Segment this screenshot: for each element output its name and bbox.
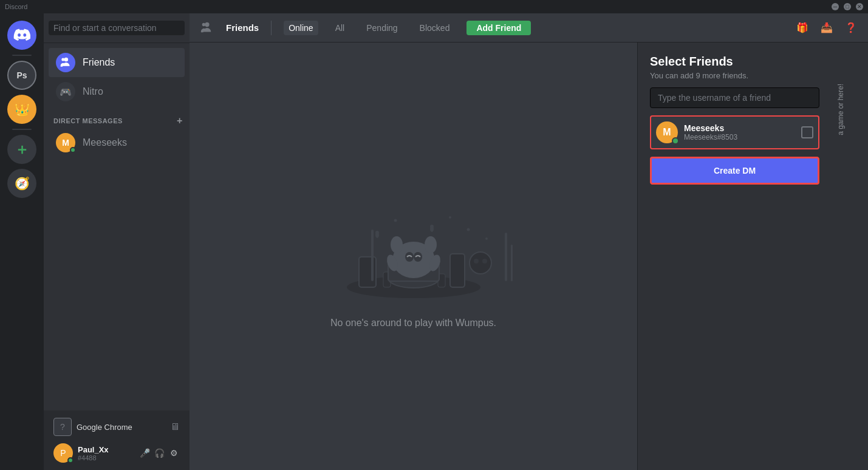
panel-subtitle: You can add 9 more friends. [650, 71, 819, 80]
select-friends-panel: Select Friends You can add 9 more friend… [637, 43, 832, 470]
window-controls: ─ □ ✕ [832, 3, 863, 10]
friend-item-meeseeks[interactable]: M Meeseeks Meeseeks#8503 [650, 115, 819, 149]
dm-item-meeseeks[interactable]: M Meeseeks [49, 128, 185, 157]
user-details: Paul_Xx #4488 [78, 445, 134, 461]
google-chrome-label: Google Chrome [77, 423, 132, 432]
content-area: No one's around to play with Wumpus. Sel… [190, 43, 868, 470]
user-controls: 🎤 🎧 ⚙ [138, 447, 180, 459]
main-content: Friends Online All Pending Blocked Add F… [190, 13, 868, 470]
server-divider-2 [12, 129, 32, 130]
search-input[interactable] [49, 21, 185, 35]
svg-point-26 [482, 259, 487, 264]
svg-point-24 [470, 252, 491, 274]
top-nav: Friends Online All Pending Blocked Add F… [190, 13, 868, 43]
svg-point-12 [405, 252, 414, 262]
server-sidebar: Ps 👑 ＋ 🧭 [0, 13, 44, 470]
svg-point-13 [414, 252, 422, 262]
nitro-label: Nitro [83, 86, 103, 97]
monitor-icon: 🖥 [170, 421, 180, 432]
channel-item-friends[interactable]: Friends [49, 48, 185, 77]
friend-username-tag: Meeseeks#8503 [684, 133, 795, 141]
svg-rect-27 [505, 233, 507, 281]
status-dot [70, 147, 76, 153]
svg-rect-29 [511, 245, 513, 281]
friends-nav-icon [199, 21, 214, 35]
user-avatar: P [53, 443, 73, 463]
server-divider [12, 55, 32, 56]
username: Paul_Xx [78, 445, 134, 454]
channel-list: Friends 🎮 Nitro DIRECT MESSAGES + M Mees… [44, 43, 190, 410]
create-dm-button[interactable]: Create DM [650, 157, 819, 185]
tab-all[interactable]: All [330, 21, 350, 35]
tab-pending[interactable]: Pending [361, 21, 402, 35]
server-icon-gold[interactable]: 👑 [7, 95, 36, 124]
svg-point-20 [466, 228, 470, 231]
user-status-dot [67, 457, 73, 463]
search-bar [44, 13, 190, 43]
nitro-icon: 🎮 [56, 82, 75, 101]
svg-point-10 [391, 236, 403, 253]
friend-info-meeseeks: Meeseeks Meeseeks#8503 [684, 123, 795, 141]
mute-button[interactable]: 🎤 [138, 447, 151, 459]
google-chrome-item[interactable]: ? Google Chrome 🖥 [49, 415, 185, 438]
svg-point-17 [394, 219, 397, 222]
ps-label: Ps [16, 70, 27, 80]
svg-point-21 [485, 237, 488, 240]
friends-channel-icon [56, 53, 75, 72]
friend-checkbox-meeseeks[interactable] [801, 126, 813, 138]
dm-section-header: DIRECT MESSAGES + [44, 106, 190, 128]
no-friends-text: No one's around to play with Wumpus. [330, 318, 496, 329]
nav-title: Friends [226, 22, 259, 33]
friends-label: Friends [83, 57, 115, 68]
title-bar: Discord ─ □ ✕ [0, 0, 868, 13]
compass-icon: 🧭 [15, 176, 30, 191]
help-icon[interactable]: ❓ [844, 21, 858, 35]
tab-online[interactable]: Online [284, 21, 318, 35]
svg-point-19 [449, 216, 451, 219]
hint-text: a game or here! [832, 79, 850, 140]
friends-content: No one's around to play with Wumpus. [190, 43, 637, 470]
tab-blocked[interactable]: Blocked [415, 21, 455, 35]
dm-name-meeseeks: Meeseeks [83, 137, 127, 148]
channel-sidebar: Friends 🎮 Nitro DIRECT MESSAGES + M Mees… [44, 13, 190, 470]
user-info-bar[interactable]: P Paul_Xx #4488 🎤 🎧 ⚙ [49, 441, 185, 465]
plus-icon: ＋ [15, 140, 29, 159]
server-icon-home[interactable] [7, 21, 36, 50]
dm-avatar-meeseeks: M [56, 133, 75, 152]
maximize-button[interactable]: □ [844, 3, 851, 10]
discriminator: #4488 [78, 454, 134, 461]
svg-rect-28 [371, 230, 374, 281]
svg-point-25 [474, 259, 479, 264]
friend-search-input[interactable] [650, 87, 819, 108]
settings-button[interactable]: ⚙ [168, 447, 180, 459]
svg-rect-3 [450, 254, 465, 287]
dm-add-button[interactable]: + [175, 116, 185, 126]
inbox-icon[interactable]: 📥 [819, 21, 834, 35]
add-server-button[interactable]: ＋ [7, 135, 36, 164]
svg-point-22 [375, 232, 379, 238]
server-icon-ps[interactable]: Ps [7, 61, 36, 90]
right-hint-panel: a game or here! [832, 43, 868, 470]
add-friend-button[interactable]: Add Friend [466, 21, 531, 35]
gc-left: ? Google Chrome [53, 418, 132, 436]
explore-button[interactable]: 🧭 [7, 169, 36, 198]
gold-icon: 👑 [15, 102, 30, 117]
nav-divider [271, 21, 272, 35]
friend-display-name: Meeseeks [684, 123, 795, 133]
minimize-button[interactable]: ─ [832, 3, 839, 10]
channel-item-nitro[interactable]: 🎮 Nitro [49, 77, 185, 106]
gc-icon: ? [53, 418, 72, 436]
gift-icon[interactable]: 🎁 [795, 21, 810, 35]
close-button[interactable]: ✕ [856, 3, 863, 10]
friend-status-dot [672, 137, 679, 145]
friend-avatar-meeseeks: M [656, 121, 678, 143]
dm-section-label: DIRECT MESSAGES [53, 117, 123, 124]
svg-point-23 [430, 226, 434, 232]
panel-title: Select Friends [650, 55, 819, 69]
title-bar-title: Discord [5, 3, 27, 10]
app-container: Ps 👑 ＋ 🧭 Friends [0, 13, 868, 470]
user-panel: ? Google Chrome 🖥 P Paul_Xx #4488 🎤 🎧 ⚙ [44, 410, 190, 470]
deafen-button[interactable]: 🎧 [153, 447, 165, 459]
nav-right-icons: 🎁 📥 ❓ [795, 21, 858, 35]
svg-point-11 [425, 236, 437, 253]
